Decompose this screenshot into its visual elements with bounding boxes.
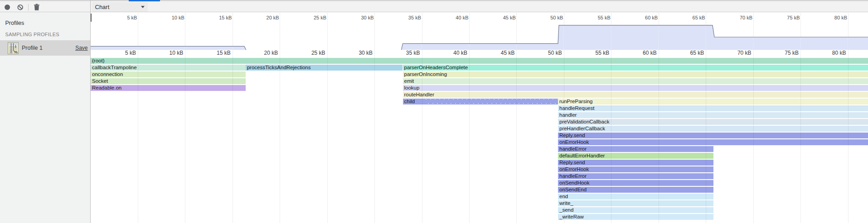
svg-text:%: % xyxy=(14,49,18,54)
